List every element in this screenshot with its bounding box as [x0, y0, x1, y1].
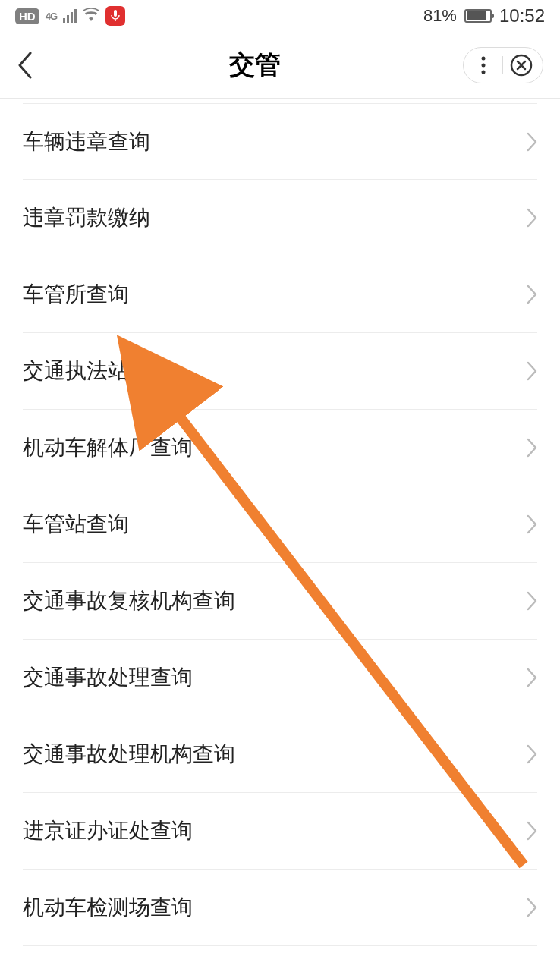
header-actions: [463, 47, 543, 83]
chevron-right-icon: [527, 668, 537, 687]
list-item-label: 进京证办证处查询: [23, 816, 193, 845]
signal-bars-icon: [63, 9, 77, 23]
chevron-right-icon: [527, 361, 537, 381]
list-item-label: 车管站查询: [23, 510, 129, 539]
list-item[interactable]: 违章罚款缴纳: [23, 180, 537, 256]
list-item-label: 交通事故处理查询: [23, 663, 193, 692]
clock: 10:52: [499, 5, 545, 27]
wifi-icon: [83, 8, 99, 25]
list-item[interactable]: 交通执法站查询: [23, 333, 537, 410]
nav-header: 交管: [0, 32, 560, 99]
list-item[interactable]: 车管站查询: [23, 486, 537, 563]
battery-icon: [464, 9, 492, 23]
chevron-right-icon: [527, 132, 537, 152]
status-right: 81% 10:52: [423, 5, 545, 27]
chevron-right-icon: [527, 514, 537, 534]
status-left: HD 4G: [15, 6, 125, 26]
more-button[interactable]: [473, 56, 503, 74]
svg-rect-0: [114, 10, 117, 17]
list-item[interactable]: 车辆违章查询: [23, 103, 537, 180]
list-item[interactable]: 交通事故处理机构查询: [23, 716, 537, 793]
list-item-label: 机动车解体厂查询: [23, 433, 193, 462]
status-bar: HD 4G 81% 10:52: [0, 0, 560, 32]
list-item-label: 交通执法站查询: [23, 357, 171, 385]
list-item[interactable]: 进京证办证处查询: [23, 793, 537, 870]
list-item[interactable]: 机动车解体厂查询: [23, 410, 537, 486]
page-title: 交管: [47, 48, 463, 83]
chevron-right-icon: [527, 285, 537, 304]
mic-icon: [105, 6, 125, 26]
list-item-label: 违章罚款缴纳: [23, 203, 150, 232]
back-button[interactable]: [17, 52, 47, 79]
list-item[interactable]: 车管所查询: [23, 256, 537, 333]
chevron-right-icon: [527, 821, 537, 841]
list-item-label: 交通事故复核机构查询: [23, 587, 235, 615]
list-item-label: 车管所查询: [23, 280, 129, 309]
hd-icon: HD: [15, 8, 39, 24]
svg-point-2: [481, 63, 485, 67]
list-item-label: 交通事故处理机构查询: [23, 740, 235, 769]
network-4g-label: 4G: [46, 11, 57, 22]
list-item-label: 机动车检测场查询: [23, 893, 193, 922]
close-button[interactable]: [503, 54, 533, 77]
chevron-right-icon: [527, 438, 537, 458]
chevron-right-icon: [527, 591, 537, 611]
list-item[interactable]: 交通事故复核机构查询: [23, 563, 537, 640]
chevron-right-icon: [527, 208, 537, 228]
chevron-right-icon: [527, 744, 537, 764]
svg-point-3: [481, 70, 485, 74]
menu-list: 车辆违章查询违章罚款缴纳车管所查询交通执法站查询机动车解体厂查询车管站查询交通事…: [0, 103, 560, 946]
chevron-right-icon: [527, 898, 537, 917]
list-item-label: 车辆违章查询: [23, 127, 150, 156]
svg-point-1: [481, 56, 485, 60]
list-item[interactable]: 机动车检测场查询: [23, 870, 537, 946]
list-item[interactable]: 交通事故处理查询: [23, 640, 537, 716]
battery-percentage: 81%: [423, 6, 457, 26]
